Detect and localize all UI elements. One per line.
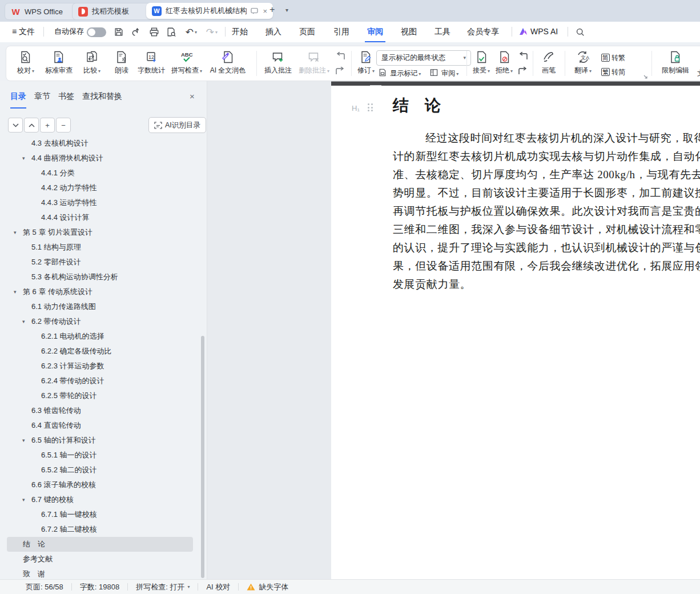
file-menu[interactable]: ≡文件	[7, 22, 40, 41]
toc-item[interactable]: ▾ 4.4.3 运动学特性	[0, 195, 200, 210]
compare-button[interactable]: 比较▾	[78, 50, 106, 75]
toc-item[interactable]: ▾ 6.7.2 轴二键校核	[0, 522, 200, 537]
to-traditional-button[interactable]: 简转繁	[601, 53, 625, 63]
sidebar-tab-contents[interactable]: 目录	[10, 91, 26, 109]
document-text-line[interactable]: 的认识，提升了理论与实践能力，也认识到机械设计的严谨与创新。虽然取得	[393, 239, 700, 257]
new-tab-plus-icon[interactable]: +	[269, 5, 275, 15]
menu-view[interactable]: 视图	[399, 22, 419, 41]
toc-item[interactable]: ▾ 第 5 章 切片装置设计	[0, 225, 200, 240]
insert-comment-button[interactable]: 插入批注	[262, 50, 294, 75]
close-tab-icon[interactable]: ×	[263, 7, 267, 15]
translate-button[interactable]: 文A 翻译▾	[569, 50, 597, 75]
sidebar-tab-bookmarks[interactable]: 书签	[58, 91, 74, 105]
collapse-all-button[interactable]	[24, 118, 39, 133]
read-aloud-button[interactable]: 朗读	[109, 50, 134, 75]
toc-item[interactable]: ▾ 6.4 直齿轮传动	[0, 418, 200, 433]
next-revision-icon[interactable]	[518, 67, 528, 76]
toc-item[interactable]: ▾ 4.4 曲柄滑块机构设计	[0, 151, 200, 166]
spell-check-button[interactable]: ABC 拼写检查▾	[170, 50, 204, 75]
zoom-in-button[interactable]: +	[40, 118, 55, 133]
ai-proofread-indicator[interactable]: AI 校对	[206, 582, 230, 592]
menu-page[interactable]: 页面	[297, 22, 317, 41]
chevron-down-icon[interactable]: ▾	[22, 151, 25, 166]
menu-insert[interactable]: 插入	[263, 22, 284, 41]
toc-item[interactable]: ▾ 5.3 各机构运动协调性分析	[0, 270, 200, 284]
chevron-down-icon[interactable]: ▾	[22, 314, 25, 329]
document-text-line[interactable]: 再调节托板与护板位置以确保效果。此次设计对我而言是宝贵的学习经历，通	[393, 202, 700, 220]
toc-item[interactable]: ▾ 第 6 章 传动系统设计	[0, 284, 200, 299]
toc-item[interactable]: ▾ 6.2.5 带轮的设计	[0, 388, 200, 403]
print-icon[interactable]	[147, 25, 161, 39]
page-indicator[interactable]: 页面: 56/58	[26, 582, 63, 592]
tab-docer-templates[interactable]: 找稻壳模板	[72, 3, 154, 20]
review-pane-button[interactable]: 审阅▾	[430, 68, 458, 78]
chevron-down-icon[interactable]: ▾	[22, 492, 25, 507]
to-simplified-button[interactable]: 繁转简	[601, 67, 625, 77]
toc-item[interactable]: ▾ 4.4.4 设计计算	[0, 210, 200, 225]
toc-item[interactable]: ▾ 6.2.1 电动机的选择	[0, 329, 200, 344]
toc-item[interactable]: ▾ 6.2.3 计算运动参数	[0, 359, 200, 374]
document-text-line[interactable]: 准、去核稳定、切片厚度均匀，生产率达 200kg/h，与现有先去核再切片设备	[393, 166, 700, 184]
word-count-button[interactable]: 12 字数统计	[135, 50, 167, 75]
drag-handle-icon[interactable]	[368, 103, 373, 113]
next-comment-icon[interactable]	[335, 67, 345, 76]
document-text-line[interactable]: 三维和二维图，我深入参与设备细节设计，对机械设计流程和零部件有了更清	[393, 220, 700, 239]
document-text-line[interactable]: 经过这段时间对红枣去核切片机的深入设计与研究，取得了阶段性成果。	[393, 129, 700, 147]
toc-item[interactable]: ▾ 6.6 滚子轴承的校核	[0, 477, 200, 492]
toc-item[interactable]: ▾ 6.7.1 轴一键校核	[0, 507, 200, 522]
toc-item[interactable]: ▾ 6.2 带传动设计	[0, 314, 200, 329]
sidebar-tab-find-replace[interactable]: 查找和替换	[82, 91, 122, 105]
toc-item[interactable]: ▾ 4.4.2 动力学特性	[0, 180, 200, 195]
ai-recognize-toc-button[interactable]: AI识别目录	[148, 117, 206, 133]
restrict-edit-button[interactable]: 限制编辑	[657, 50, 694, 75]
word-count-indicator[interactable]: 字数: 19808	[80, 582, 119, 592]
expand-all-button[interactable]	[8, 118, 23, 133]
brush-button[interactable]: 画笔	[536, 50, 561, 75]
group-dialog-launcher-icon[interactable]	[643, 75, 648, 79]
toc-item[interactable]: ▾ 5.1 结构与原理	[0, 240, 200, 255]
zoom-out-button[interactable]: −	[56, 118, 71, 133]
menu-tools[interactable]: 工具	[432, 22, 453, 41]
document-text-line[interactable]: 果，但设备适用范围有限，今后我会继续改进优化，拓展应用领域，为红枣加	[393, 257, 700, 275]
redo-button[interactable]: ↷▾	[203, 25, 220, 39]
toc-item[interactable]: ▾ 6.7 键的校核	[0, 492, 200, 507]
autosave-toggle[interactable]	[87, 27, 106, 37]
chevron-down-icon[interactable]: ▾	[14, 284, 17, 299]
proofread-button[interactable]: 校对▾	[11, 50, 41, 75]
tab-wps-office[interactable]: W WPS Office	[5, 3, 81, 20]
wps-ai-button[interactable]: WPS AI	[518, 22, 564, 41]
menu-reference[interactable]: 引用	[331, 22, 352, 41]
print-preview-icon[interactable]	[164, 25, 178, 39]
revise-button[interactable]: 修订▾	[355, 50, 377, 75]
delete-comment-button[interactable]: 删除批注▾	[296, 50, 332, 75]
tab-list-chevron-icon[interactable]: ▾	[285, 7, 288, 13]
toc-item[interactable]: ▾ 5.2 零部件设计	[0, 255, 200, 270]
toc-item[interactable]: ▾ 6.5.1 轴一的设计	[0, 448, 200, 463]
document-page[interactable]: H₁ 结 论 经过这段时间对红枣去核切片机的深入设计与研究，取得了阶段性成果。计…	[331, 86, 700, 579]
document-text-line[interactable]: 发展贡献力量。	[393, 275, 700, 294]
missing-font-warning[interactable]: 缺失字体	[247, 582, 288, 592]
toc-item[interactable]: ▾ 6.5.2 轴二的设计	[0, 463, 200, 477]
previous-comment-icon[interactable]	[335, 52, 345, 61]
toc-item[interactable]: ▾ 参考文献	[0, 552, 200, 567]
toc-item[interactable]: ▾ 4.3 去核机构设计	[0, 136, 200, 151]
menu-home[interactable]: 开始	[230, 22, 250, 41]
document-heading[interactable]: 结 论	[393, 95, 441, 117]
menu-review[interactable]: 审阅	[365, 22, 385, 43]
toc-item[interactable]: ▾ 6.2.4 带传动的设计	[0, 374, 200, 388]
accept-button[interactable]: 接受▾	[470, 50, 493, 75]
chevron-down-icon[interactable]: ▾	[22, 433, 25, 448]
ai-polish-button[interactable]: AI 全文润色	[207, 50, 248, 75]
document-text-line[interactable]: 势明显。不过，目前该设计主要适用于长圆形枣，加工前建议按大小对红枣提前	[393, 184, 700, 202]
toc-item[interactable]: ▾ 4.4.1 分类	[0, 166, 200, 180]
undo-button[interactable]: ↶▾	[183, 25, 200, 39]
toc-item[interactable]: ▾ 6.1 动力传递路线图	[0, 299, 200, 314]
show-markup-button[interactable]: 显示标记▾	[379, 68, 421, 78]
sidebar-scrollbar[interactable]	[201, 336, 204, 578]
menu-membership[interactable]: 会员专享	[465, 22, 501, 41]
close-sidebar-icon[interactable]: ×	[190, 91, 195, 101]
tab-current-document[interactable]: W 红枣去核切片机机械结构设计 ×	[146, 3, 273, 19]
toc-item[interactable]: ▾ 6.3 锥齿轮传动	[0, 403, 200, 418]
comment-bubble-icon[interactable]	[251, 7, 258, 14]
sidebar-tab-chapters[interactable]: 章节	[34, 91, 50, 105]
